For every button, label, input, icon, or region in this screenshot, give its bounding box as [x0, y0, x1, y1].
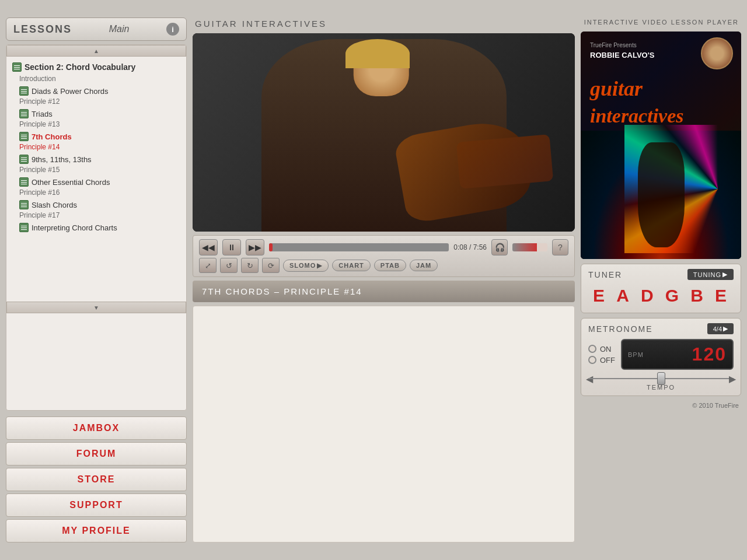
tempo-slider-handle[interactable]: [657, 372, 665, 385]
tempo-slider-track[interactable]: ◀ ▶: [588, 374, 734, 383]
on-radio[interactable]: [588, 345, 596, 353]
my-profile-button[interactable]: MY PROFILE: [6, 519, 187, 542]
9ths-lesson[interactable]: 9ths, 11ths, 13ths: [11, 153, 181, 165]
loop-icon-btn[interactable]: ⤢: [199, 258, 217, 273]
metronome-header: METRONOME 4/4 ▶: [588, 323, 734, 334]
principle16-subtitle: Principle #16: [11, 188, 181, 199]
otherchords-icon: [19, 177, 29, 187]
interactives-text: interactives: [590, 105, 684, 127]
note-a: A: [616, 286, 631, 306]
volume-slider[interactable]: [512, 243, 547, 251]
guitar-interactives-header: GUITAR INTERACTIVES: [193, 18, 575, 30]
video-player[interactable]: [193, 33, 575, 232]
7thchords-icon: [19, 132, 29, 141]
interpreting-lesson[interactable]: Interpreting Chord Charts: [11, 222, 181, 233]
7thchords-lesson[interactable]: 7th Chords: [11, 131, 181, 142]
note-g: G: [665, 286, 681, 306]
slashchords-lesson[interactable]: Slash Chords: [11, 199, 181, 211]
lessons-header: LESSONS Main i: [6, 18, 187, 41]
interactive-video-header: INTERACTIVE VIDEO LESSON PLAYER: [581, 18, 741, 27]
rewind-icon: ◀◀: [202, 243, 215, 252]
lesson-section[interactable]: Section 2: Chord Vocabulary: [11, 60, 181, 74]
forum-button[interactable]: FORUM: [6, 442, 187, 466]
ptab-button[interactable]: PTAB: [374, 260, 406, 271]
off-radio[interactable]: [588, 356, 596, 364]
slomo-button[interactable]: SLOMO ▶: [283, 260, 329, 272]
copyright: © 2010 TrueFire: [581, 401, 741, 410]
video-controls: ◀◀ ⏸ ▶▶ 0:08 / 7:56 🎧 ? ⤢: [193, 235, 575, 277]
store-button[interactable]: STORE: [6, 468, 187, 491]
album-art-inner: TrueFire Presents ROBBIE CALVO'S guitar …: [581, 32, 741, 259]
chart-button[interactable]: CHART: [332, 260, 371, 271]
principle12-subtitle: Principle #12: [11, 97, 181, 108]
principle15-subtitle: Principle #15: [11, 165, 181, 176]
progress-fill: [269, 243, 273, 251]
note-e2: E: [715, 286, 729, 306]
jam-button[interactable]: JAM: [410, 260, 438, 271]
nav-buttons: JAMBOX FORUM STORE SUPPORT MY PROFILE: [6, 416, 187, 542]
scroll-down-arrow[interactable]: ▼: [6, 302, 186, 313]
principle13-subtitle: Principle #13: [11, 120, 181, 131]
rewind-button[interactable]: ◀◀: [199, 239, 218, 256]
album-photo: [701, 37, 733, 69]
metronome-panel: METRONOME 4/4 ▶ ON OFF: [581, 318, 741, 396]
controls-row2: ⤢ ↺ ↻ ⟳ SLOMO ▶ CHART PT: [199, 258, 568, 273]
principle14-subtitle: Principle #14: [11, 142, 181, 153]
support-button[interactable]: SUPPORT: [6, 494, 187, 517]
loop-fwd-icon: ↻: [247, 261, 253, 270]
metronome-label: METRONOME: [588, 324, 653, 334]
album-text-top: TrueFire Presents ROBBIE CALVO'S: [590, 41, 654, 61]
pause-button[interactable]: ⏸: [222, 239, 241, 256]
video-frame: [193, 33, 575, 232]
tuning-arrow-icon: ▶: [722, 271, 728, 278]
robbie-calvos: ROBBIE CALVO'S: [590, 50, 654, 61]
headphones-icon[interactable]: 🎧: [491, 239, 508, 256]
on-label: ON: [600, 345, 612, 354]
guitar-text: guitar: [590, 78, 643, 99]
info-icon[interactable]: i: [166, 23, 179, 36]
time-display: 0:08 / 7:56: [453, 243, 487, 251]
progress-bar[interactable]: [269, 243, 449, 251]
tuner-header: TUNER TUNING ▶: [588, 269, 734, 280]
tuning-button[interactable]: TUNING ▶: [687, 269, 734, 280]
bpm-value: 120: [692, 344, 727, 365]
forward-icon: ▶▶: [249, 243, 261, 252]
note-b: B: [690, 286, 706, 306]
sidebar: LESSONS Main i ▲ Section 2: Chord Vocabu…: [6, 18, 187, 542]
otherchords-lesson[interactable]: Other Essential Chords: [11, 176, 181, 188]
loop-back-icon: ↺: [226, 261, 232, 270]
special-icons: ⤢ ↺ ↻ ⟳: [199, 258, 280, 273]
controls-row1: ◀◀ ⏸ ▶▶ 0:08 / 7:56 🎧 ?: [199, 239, 568, 256]
slomo-arrow: ▶: [317, 262, 322, 270]
interpreting-icon: [19, 223, 29, 232]
loop-fwd-btn[interactable]: ↻: [241, 258, 259, 273]
tuner-label: TUNER: [588, 270, 622, 279]
section2-label: Section 2: Chord Vocabulary: [25, 62, 135, 72]
loop-all-btn[interactable]: ⟳: [262, 258, 280, 273]
loop-all-icon: ⟳: [268, 261, 274, 270]
tempo-right-arrow-icon: ▶: [729, 373, 736, 384]
metronome-controls: ON OFF BPM 120: [588, 339, 734, 370]
on-radio-row: ON: [588, 345, 615, 354]
diads-icon: [19, 86, 29, 96]
principle17-subtitle: Principle #17: [11, 211, 181, 222]
triads-icon: [19, 109, 29, 118]
content-area: [193, 306, 575, 542]
intro-subtitle: Introduction: [11, 74, 181, 85]
slashchords-icon: [19, 200, 29, 209]
loop-icon: ⤢: [205, 261, 211, 270]
help-icon[interactable]: ?: [552, 239, 568, 256]
triads-lesson[interactable]: Triads: [11, 108, 181, 120]
jambox-button[interactable]: JAMBOX: [6, 416, 187, 440]
time-sig-arrow-icon: ▶: [723, 325, 728, 332]
loop-back-btn[interactable]: ↺: [220, 258, 238, 273]
scroll-up-arrow[interactable]: ▲: [6, 45, 186, 57]
diads-lesson[interactable]: Diads & Power Chords: [11, 85, 181, 97]
album-guitar-silhouette: [638, 142, 685, 247]
lessons-main-label: Main: [109, 24, 130, 34]
bpm-label: BPM: [628, 351, 644, 358]
forward-button[interactable]: ▶▶: [246, 239, 264, 256]
time-signature-button[interactable]: 4/4 ▶: [707, 323, 734, 334]
pause-icon: ⏸: [228, 243, 236, 252]
center-panel: GUITAR INTERACTIVES ◀◀: [193, 18, 575, 542]
